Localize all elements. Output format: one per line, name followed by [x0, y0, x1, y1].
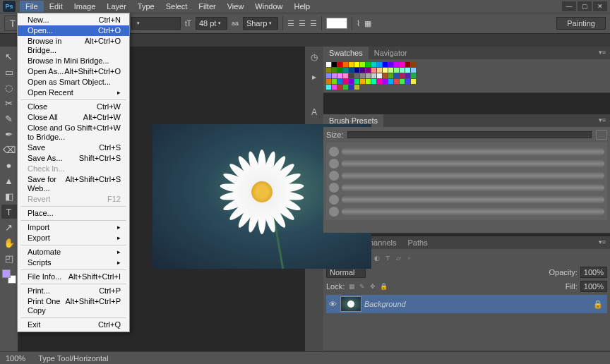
swatch[interactable]	[394, 62, 399, 67]
menu-filter[interactable]: Filter	[193, 1, 221, 12]
swatch[interactable]	[326, 62, 331, 67]
swatch[interactable]	[383, 68, 388, 73]
swatch[interactable]	[366, 68, 371, 73]
swatch[interactable]	[377, 68, 382, 73]
swatch[interactable]	[343, 85, 348, 90]
zoom-level[interactable]: 100%	[6, 354, 25, 363]
fill-field[interactable]: 100%	[580, 281, 607, 292]
lock-pixels-icon[interactable]: ✎	[358, 282, 366, 291]
menu-file[interactable]: File	[20, 1, 44, 12]
menu-item-scripts[interactable]: Scripts	[18, 257, 129, 268]
swatch[interactable]	[388, 62, 393, 67]
swatch[interactable]	[405, 73, 410, 78]
swatch[interactable]	[388, 68, 393, 73]
lock-position-icon[interactable]: ✥	[369, 282, 377, 291]
close-button[interactable]: ✕	[593, 1, 607, 11]
menu-item-open-as-smart-object[interactable]: Open as Smart Object...	[18, 77, 129, 87]
text-color-swatch[interactable]	[326, 18, 347, 29]
menu-item-import[interactable]: Import	[18, 222, 129, 233]
menu-item-close-and-go-to-bridge[interactable]: Close and Go to Bridge...Shift+Ctrl+W	[18, 123, 129, 142]
menu-item-save-for-web[interactable]: Save for Web...Alt+Shift+Ctrl+S	[18, 174, 129, 194]
menu-image[interactable]: Image	[68, 1, 102, 12]
tab-paths[interactable]: Paths	[402, 236, 433, 249]
menu-help[interactable]: Help	[288, 1, 316, 12]
swatch[interactable]	[326, 73, 331, 78]
menu-select[interactable]: Select	[160, 1, 193, 12]
filter-adjust-icon[interactable]: ◐	[373, 254, 381, 262]
menu-item-file-info[interactable]: File Info...Alt+Shift+Ctrl+I	[18, 272, 129, 282]
menu-window[interactable]: Window	[249, 1, 288, 12]
swatch[interactable]	[400, 79, 405, 84]
menu-item-exit[interactable]: ExitCtrl+Q	[18, 320, 129, 330]
minimize-button[interactable]: —	[562, 1, 576, 11]
tool-0[interactable]: ↖	[1, 49, 17, 63]
swatch[interactable]	[411, 79, 416, 84]
swatch[interactable]	[383, 73, 388, 78]
swatch[interactable]	[354, 79, 359, 84]
swatch[interactable]	[360, 73, 365, 78]
tab-navigator[interactable]: Navigator	[369, 47, 413, 59]
swatch[interactable]	[332, 79, 337, 84]
menu-item-save-as[interactable]: Save As...Shift+Ctrl+S	[18, 153, 129, 164]
swatch[interactable]	[332, 68, 337, 73]
workspace-selector[interactable]: Painting	[556, 17, 606, 30]
menu-edit[interactable]: Edit	[44, 1, 68, 12]
menu-item-print[interactable]: Print...Ctrl+P	[18, 286, 129, 296]
swatch[interactable]	[411, 73, 416, 78]
warp-text-icon[interactable]: ⌇	[357, 19, 360, 28]
swatch[interactable]	[326, 85, 331, 90]
menu-item-export[interactable]: Export	[18, 233, 129, 243]
swatch[interactable]	[411, 62, 416, 67]
tool-1[interactable]: ▭	[1, 65, 17, 79]
swatch[interactable]	[354, 68, 359, 73]
menu-item-open-as[interactable]: Open As...Alt+Shift+Ctrl+O	[18, 66, 129, 77]
swatch[interactable]	[343, 68, 348, 73]
swatch[interactable]	[326, 68, 331, 73]
swatch[interactable]	[354, 62, 359, 67]
menu-item-open-recent[interactable]: Open Recent	[18, 87, 129, 98]
swatch[interactable]	[326, 79, 331, 84]
menu-item-new[interactable]: New...Ctrl+N	[18, 15, 129, 25]
swatch[interactable]	[371, 62, 376, 67]
tab-swatches[interactable]: Swatches	[323, 47, 369, 59]
swatch[interactable]	[383, 62, 388, 67]
swatch[interactable]	[411, 68, 416, 73]
brush-size-slider[interactable]	[347, 131, 592, 138]
actions-icon[interactable]: ▸	[308, 71, 321, 83]
swatch[interactable]	[388, 73, 393, 78]
tool-3[interactable]: ✂	[1, 96, 17, 110]
brush-preview-toggle[interactable]	[596, 130, 607, 140]
brush-stroke-list[interactable]	[326, 142, 607, 220]
swatch[interactable]	[400, 68, 405, 73]
tool-7[interactable]: ●	[1, 158, 17, 172]
align-right-icon[interactable]: ☰	[310, 19, 317, 28]
swatch[interactable]	[371, 73, 376, 78]
swatch[interactable]	[400, 73, 405, 78]
tool-12[interactable]: ✋	[1, 236, 17, 250]
filter-shape-icon[interactable]: ▱	[394, 254, 402, 262]
swatch[interactable]	[354, 85, 359, 90]
tool-9[interactable]: ◧	[1, 189, 17, 203]
swatch[interactable]	[388, 79, 393, 84]
panel-menu-icon[interactable]: ▾≡	[594, 114, 610, 127]
character-panel-icon[interactable]: ▦	[364, 19, 371, 28]
swatch[interactable]	[337, 73, 342, 78]
swatch[interactable]	[366, 62, 371, 67]
swatch[interactable]	[349, 79, 354, 84]
swatch[interactable]	[377, 79, 382, 84]
tool-4[interactable]: ✎	[1, 111, 17, 126]
panel-menu-icon[interactable]: ▾≡	[594, 47, 610, 59]
font-style-field[interactable]: ▾	[131, 17, 181, 30]
swatch[interactable]	[360, 68, 365, 73]
menu-view[interactable]: View	[222, 1, 250, 12]
font-size-field[interactable]: 48 pt▾	[196, 17, 227, 30]
swatch[interactable]	[394, 68, 399, 73]
filter-type-icon[interactable]: T	[383, 254, 392, 262]
lock-all-icon[interactable]: 🔒	[379, 282, 388, 291]
tool-10[interactable]: T	[1, 205, 17, 219]
swatch[interactable]	[360, 79, 365, 84]
swatch[interactable]	[405, 62, 410, 67]
menu-item-open[interactable]: Open...Ctrl+O	[18, 25, 129, 36]
swatch[interactable]	[343, 79, 348, 84]
swatch[interactable]	[360, 62, 365, 67]
